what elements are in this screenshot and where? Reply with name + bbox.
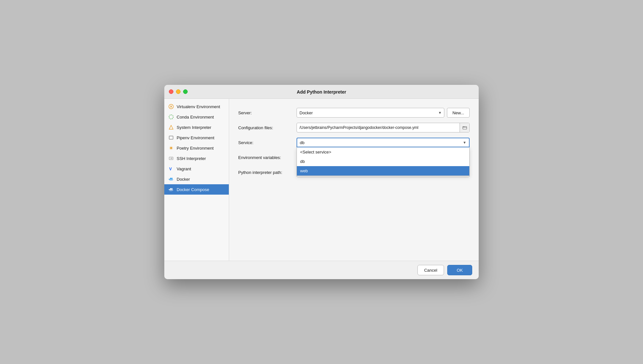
sidebar-item-docker[interactable]: Docker <box>164 174 229 184</box>
config-file-input: /Users/jetbrains/PycharmProjects/djangod… <box>297 123 470 132</box>
sidebar-item-label: Virtualenv Environment <box>177 104 220 109</box>
sidebar-item-vagrant[interactable]: V Vagrant <box>164 164 229 174</box>
service-option-select[interactable]: <Select service> <box>297 147 469 157</box>
docker-compose-icon <box>168 187 174 192</box>
service-select[interactable]: db ▼ <box>297 138 470 147</box>
dialog-body: Virtualenv Environment Conda Environment… <box>164 99 479 261</box>
sidebar-item-ssh[interactable]: SSH Interpreter <box>164 153 229 164</box>
svg-rect-10 <box>171 179 172 180</box>
svg-point-5 <box>170 147 172 149</box>
server-control: Docker ▼ New... <box>297 108 470 118</box>
svg-rect-8 <box>169 179 170 180</box>
main-content: Server: Docker ▼ New... Configuration fi… <box>229 99 479 261</box>
path-label: Python interpreter path: <box>238 170 297 175</box>
dialog-title: Add Python Interpreter <box>297 89 346 95</box>
service-dropdown-menu: <Select service> db web <box>297 147 470 176</box>
server-label: Server: <box>238 110 297 115</box>
config-file-path: /Users/jetbrains/PycharmProjects/djangod… <box>297 125 460 130</box>
sidebar-item-label: SSH Interpreter <box>177 156 206 161</box>
sidebar-item-label: Docker Compose <box>177 187 209 192</box>
sidebar-item-docker-compose[interactable]: Docker Compose <box>164 184 229 195</box>
svg-rect-18 <box>463 127 467 129</box>
sidebar-item-label: Vagrant <box>177 166 191 171</box>
config-browse-button[interactable] <box>460 123 469 132</box>
service-control: db ▼ <Select service> db web <box>297 138 470 147</box>
svg-rect-9 <box>170 179 171 180</box>
maximize-button[interactable] <box>183 89 188 94</box>
svg-rect-13 <box>169 189 170 190</box>
conda-icon <box>168 114 174 120</box>
svg-point-1 <box>169 115 173 119</box>
svg-rect-16 <box>170 188 171 189</box>
service-dropdown-arrow-icon: ▼ <box>463 141 466 144</box>
config-label: Configuration files: <box>238 125 297 130</box>
sidebar-item-poetry[interactable]: Poetry Environment <box>164 143 229 153</box>
svg-rect-3 <box>169 136 173 139</box>
service-current-value: db <box>300 140 304 145</box>
server-row: Server: Docker ▼ New... <box>238 108 470 118</box>
service-row: Service: db ▼ <Select service> db <box>238 138 470 147</box>
service-option-db[interactable]: db <box>297 157 469 166</box>
service-label: Service: <box>238 140 297 145</box>
ok-button[interactable]: OK <box>447 265 472 275</box>
new-server-button[interactable]: New... <box>447 108 470 118</box>
pipenv-icon <box>168 135 174 141</box>
cancel-button[interactable]: Cancel <box>417 265 444 275</box>
sidebar: Virtualenv Environment Conda Environment… <box>164 99 229 261</box>
service-option-web[interactable]: web <box>297 166 469 176</box>
system-icon <box>168 124 174 130</box>
sidebar-item-pipenv[interactable]: Pipenv Environment <box>164 132 229 143</box>
svg-text:V: V <box>169 167 172 171</box>
svg-rect-12 <box>171 178 172 179</box>
svg-rect-17 <box>171 188 172 189</box>
config-control: /Users/jetbrains/PycharmProjects/djangod… <box>297 123 470 132</box>
ssh-icon <box>168 155 174 161</box>
svg-rect-15 <box>171 189 172 190</box>
close-button[interactable] <box>169 89 173 94</box>
sidebar-item-system[interactable]: System Interpreter <box>164 122 229 132</box>
sidebar-item-label: Docker <box>177 177 190 182</box>
traffic-lights <box>169 89 188 94</box>
svg-rect-14 <box>170 189 171 190</box>
env-label: Environment variables: <box>238 155 297 160</box>
sidebar-item-label: Pipenv Environment <box>177 135 214 140</box>
config-row: Configuration files: /Users/jetbrains/Py… <box>238 123 470 132</box>
title-bar: Add Python Interpreter <box>164 85 479 99</box>
server-select[interactable]: Docker <box>297 108 444 118</box>
minimize-button[interactable] <box>176 89 181 94</box>
add-python-interpreter-dialog: Add Python Interpreter Virtualenv Enviro… <box>164 85 479 279</box>
virtualenv-icon <box>168 104 174 109</box>
service-dropdown-container: db ▼ <Select service> db web <box>297 138 470 147</box>
sidebar-item-label: Poetry Environment <box>177 146 214 151</box>
dialog-footer: Cancel OK <box>164 261 479 279</box>
sidebar-item-label: System Interpreter <box>177 125 211 130</box>
vagrant-icon: V <box>168 166 174 172</box>
folder-icon <box>462 125 467 130</box>
sidebar-item-virtualenv[interactable]: Virtualenv Environment <box>164 101 229 112</box>
sidebar-item-conda[interactable]: Conda Environment <box>164 112 229 122</box>
sidebar-item-label: Conda Environment <box>177 115 214 119</box>
poetry-icon <box>168 145 174 151</box>
svg-marker-2 <box>169 125 173 129</box>
svg-rect-11 <box>170 178 171 179</box>
server-select-wrapper: Docker ▼ <box>297 108 444 118</box>
docker-icon <box>168 176 174 182</box>
